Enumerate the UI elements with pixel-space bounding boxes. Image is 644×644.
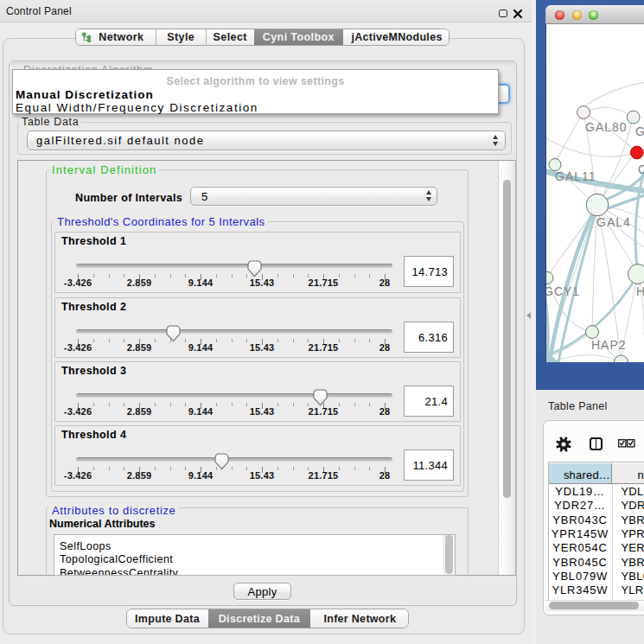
svg-text:GAL80: GAL80	[585, 120, 628, 134]
svg-text:HAP2: HAP2	[591, 338, 627, 352]
svg-text:H: H	[636, 284, 644, 298]
svg-text:C: C	[638, 163, 644, 176]
svg-text:G: G	[635, 124, 644, 138]
svg-text:GAL11: GAL11	[555, 169, 596, 183]
svg-text:GCY1: GCY1	[546, 284, 580, 298]
svg-text:GAL4: GAL4	[596, 215, 631, 229]
